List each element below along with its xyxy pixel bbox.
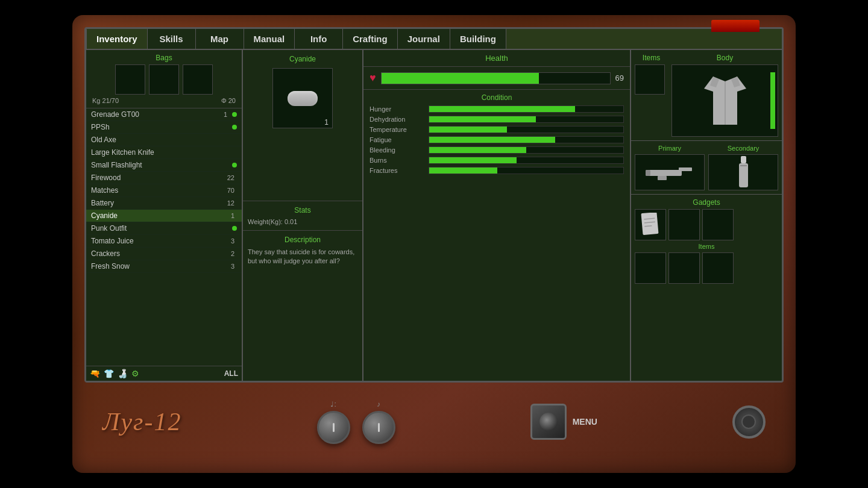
svg-rect-0 (646, 170, 682, 176)
gadget-item-slot-2[interactable] (668, 252, 700, 284)
list-item[interactable]: Firewood 22 (86, 172, 242, 184)
body-display (671, 64, 778, 137)
health-value: 69 (615, 74, 624, 83)
gadget-items-label: Items (635, 243, 778, 250)
primary-weapon-box[interactable] (635, 154, 705, 190)
knob-left[interactable] (317, 411, 350, 444)
list-item[interactable]: Large Kitchen Knife (86, 146, 242, 159)
device-connector (732, 405, 766, 439)
bags-label: Bags (90, 54, 238, 62)
filter-weapon-icon[interactable]: 🔫 (90, 369, 100, 378)
tab-journal[interactable]: Journal (398, 29, 450, 49)
tab-skills[interactable]: Skills (148, 29, 196, 49)
health-panel: Health ♥ 69 Condition Hunger (363, 50, 631, 381)
gadget-item-slot-1[interactable] (635, 252, 666, 284)
items-label: Items (635, 54, 668, 62)
list-item[interactable]: Old Axe (86, 134, 242, 146)
bag-slot-1[interactable] (115, 64, 145, 95)
list-item[interactable]: Battery 12 (86, 197, 242, 210)
list-item[interactable]: Crackers 2 (86, 248, 242, 260)
condition-dehydration: Dehydration (370, 116, 624, 123)
health-bar-row: ♥ 69 (363, 67, 630, 90)
tab-inventory[interactable]: Inventory (86, 29, 148, 49)
secondary-weapon-box[interactable] (708, 154, 778, 190)
list-item[interactable]: Tomato Juice 3 (86, 235, 242, 248)
body-section (671, 64, 778, 137)
menu-label: MENU (573, 417, 597, 427)
condition-section: Condition Hunger Dehydration Temperature (363, 90, 630, 381)
weight-text: Kg 21/70 (92, 97, 119, 104)
condition-bar-side (770, 72, 775, 129)
device-logo: Луг-12 (102, 407, 181, 436)
bottle-icon (736, 156, 751, 189)
filter-all-button[interactable]: ALL (224, 369, 238, 378)
menu-button[interactable] (530, 404, 567, 440)
tab-map[interactable]: Map (196, 29, 244, 49)
list-item[interactable]: Small Flashlight (86, 159, 242, 172)
device-bottom: Луг-12 ♩: ♪ MENU (84, 383, 784, 461)
secondary-weapon-slot: Secondary (708, 145, 778, 190)
weight-bar: Kg 21/70 Φ 20 (90, 97, 238, 104)
condition-temperature: Temperature (370, 126, 624, 133)
body-label: Body (671, 54, 778, 62)
main-content: Bags Kg 21/70 Φ 20 Grenade GT00 1 (86, 50, 782, 381)
condition-fatigue: Fatigue (370, 136, 624, 143)
gadget-slot-3[interactable] (702, 209, 734, 240)
item-list: Grenade GT00 1 PPSh Old Axe Large Kitche… (86, 108, 242, 366)
stats-section: Stats Weight(Kg): 0.01 (243, 201, 362, 231)
tab-crafting[interactable]: Crafting (343, 29, 398, 49)
gadget-slot-2[interactable] (668, 209, 700, 240)
tab-manual[interactable]: Manual (244, 29, 295, 49)
condition-fractures: Fractures (370, 167, 624, 174)
svg-rect-5 (739, 163, 748, 187)
items-body-section: Items Body (631, 50, 782, 141)
gadget-item-slot-3[interactable] (702, 252, 734, 284)
bag-slot-2[interactable] (149, 64, 179, 95)
bag-slot-3[interactable] (183, 64, 213, 95)
gadgets-label: Gadgets (635, 198, 778, 207)
list-item-cyanide[interactable]: Cyanide 1 (86, 210, 242, 222)
list-item[interactable]: Matches 70 (86, 184, 242, 197)
knob-symbol-right: ♪ (377, 400, 380, 408)
stats-label: Stats (248, 206, 357, 214)
item-indicator (232, 163, 237, 167)
item-slot-head[interactable] (635, 64, 665, 95)
gun-icon (646, 165, 694, 180)
condition-bleeding: Bleeding (370, 146, 624, 154)
knob-symbol-left: ♩: (330, 400, 336, 408)
tab-building[interactable]: Building (450, 29, 506, 49)
filter-clothes-icon[interactable]: 👕 (104, 369, 114, 378)
tab-info[interactable]: Info (295, 29, 343, 49)
list-item[interactable]: PPSh (86, 121, 242, 134)
filter-food-icon[interactable]: 🍶 (118, 369, 128, 378)
knob-area-right: ♪ (362, 400, 395, 444)
filter-tool-icon[interactable]: ⚙ (131, 369, 139, 378)
health-bar-container (381, 72, 611, 84)
description-text: They say that suicide is for cowards, bu… (248, 248, 357, 266)
list-item[interactable]: Grenade GT00 1 (86, 108, 242, 121)
currency-text: Φ 20 (221, 97, 236, 104)
health-header: Health (363, 50, 630, 67)
menu-group: MENU (530, 404, 597, 440)
menu-button-inner (539, 413, 558, 431)
description-section: Description They say that suicide is for… (243, 231, 362, 381)
secondary-label: Secondary (728, 145, 760, 152)
jacket-icon (704, 77, 746, 125)
gadget-slot-1[interactable] (635, 209, 666, 240)
bags-section: Bags Kg 21/70 Φ 20 (86, 50, 242, 108)
item-display-label: Cyanide (289, 55, 316, 63)
weapons-section: Primary (631, 141, 782, 195)
item-display: Cyanide 1 (243, 50, 362, 201)
cyanide-pill-image (288, 91, 318, 106)
right-panel: Health ♥ 69 Condition Hunger (363, 50, 782, 381)
item-indicator (232, 226, 237, 231)
weapons-row: Primary (635, 145, 778, 190)
knob-right[interactable] (362, 411, 395, 444)
knob-area-left: ♩: (317, 400, 350, 444)
knob-group: ♩: ♪ (317, 400, 395, 444)
gadgets-section: Gadgets (631, 195, 782, 381)
list-item[interactable]: Fresh Snow 3 (86, 260, 242, 273)
svg-line-10 (644, 226, 652, 227)
list-item[interactable]: Punk Outfit (86, 222, 242, 235)
primary-weapon-slot: Primary (635, 145, 705, 190)
